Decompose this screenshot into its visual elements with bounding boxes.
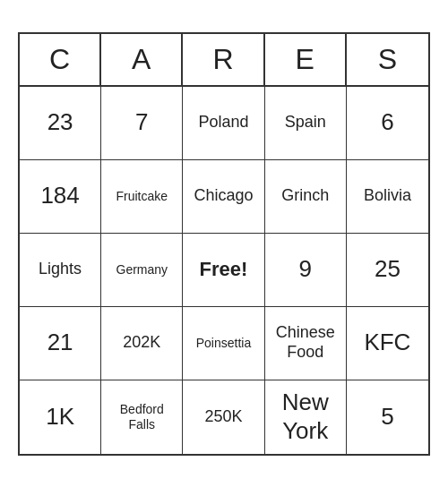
header-letter-r: R [183, 34, 264, 85]
bingo-grid: 237PolandSpain6184FruitcakeChicagoGrinch… [20, 87, 428, 454]
bingo-cell-19: KFC [347, 307, 428, 380]
bingo-cell-23: New York [265, 380, 347, 454]
header-row: CARES [20, 34, 428, 87]
bingo-cell-1: 7 [101, 87, 183, 160]
header-letter-a: A [101, 34, 183, 85]
bingo-cell-5: 184 [20, 160, 101, 234]
bingo-cell-7: Chicago [183, 160, 264, 234]
bingo-cell-21: Bedford Falls [101, 380, 183, 454]
bingo-cell-15: 21 [20, 307, 101, 380]
bingo-cell-14: 25 [347, 234, 428, 307]
bingo-cell-3: Spain [265, 87, 347, 160]
bingo-cell-0: 23 [20, 87, 101, 160]
bingo-cell-9: Bolivia [347, 160, 428, 234]
bingo-cell-6: Fruitcake [101, 160, 183, 234]
bingo-cell-4: 6 [347, 87, 428, 160]
bingo-cell-2: Poland [183, 87, 264, 160]
bingo-cell-24: 5 [347, 380, 428, 454]
bingo-cell-16: 202K [101, 307, 183, 380]
bingo-cell-17: Poinsettia [183, 307, 264, 380]
header-letter-s: S [347, 34, 428, 85]
bingo-cell-18: Chinese Food [265, 307, 347, 380]
bingo-cell-8: Grinch [265, 160, 347, 234]
bingo-card: CARES 237PolandSpain6184FruitcakeChicago… [18, 32, 430, 456]
bingo-cell-12: Free! [183, 234, 264, 307]
bingo-cell-11: Germany [101, 234, 183, 307]
header-letter-c: C [20, 34, 101, 85]
header-letter-e: E [265, 34, 347, 85]
bingo-cell-10: Lights [20, 234, 101, 307]
bingo-cell-13: 9 [265, 234, 347, 307]
bingo-cell-22: 250K [183, 380, 264, 454]
bingo-cell-20: 1K [20, 380, 101, 454]
